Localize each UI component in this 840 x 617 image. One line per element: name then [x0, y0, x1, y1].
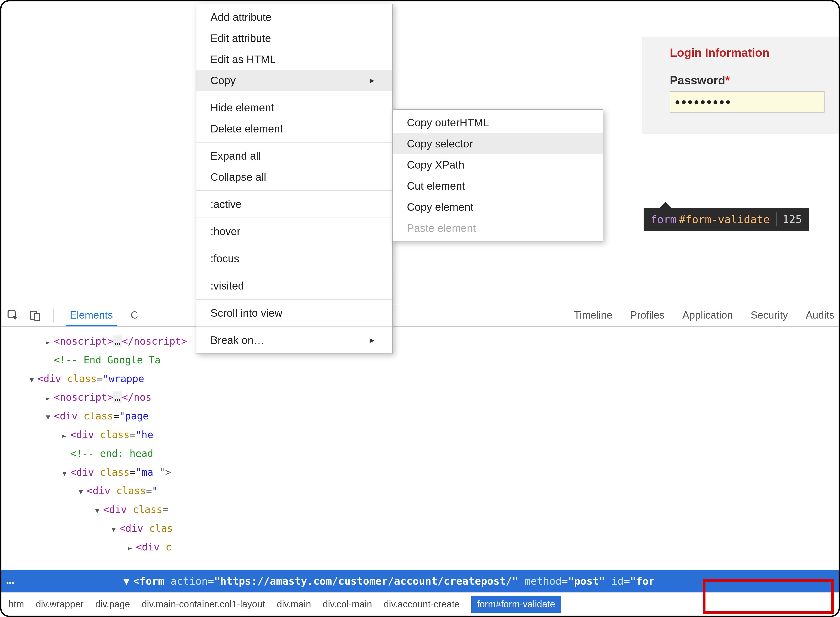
menu-item-label: Break on…	[211, 334, 264, 347]
menu-item-label: Edit attribute	[211, 32, 271, 44]
menu-item[interactable]: :focus	[196, 248, 392, 269]
menu-item-label: Expand all	[211, 149, 261, 162]
dom-selected-line[interactable]: … ▼ <form action="https://amasty.com/cus…	[1, 570, 839, 592]
menu-item[interactable]: Collapse all	[196, 167, 392, 187]
menu-item[interactable]: Edit attribute	[196, 28, 392, 49]
menu-item-label: Copy selector	[407, 137, 473, 150]
caret-icon	[46, 407, 54, 425]
login-heading: Login Information	[656, 46, 829, 59]
caret-icon	[46, 332, 54, 351]
breadcrumb-item[interactable]: div.main	[277, 599, 311, 610]
breadcrumb-item[interactable]: div.wrapper	[36, 599, 84, 610]
caret-icon	[112, 519, 119, 538]
dom-line[interactable]: <noscript>…</nos	[15, 388, 839, 407]
tab-profiles-partial[interactable]: Profiles	[626, 304, 669, 326]
dom-line[interactable]: <div class=	[15, 500, 839, 519]
dom-line[interactable]: <!-- end: head	[15, 444, 839, 463]
menu-item-label: Delete element	[211, 123, 283, 135]
menu-separator	[196, 142, 392, 143]
menu-separator	[196, 299, 392, 300]
menu-item-label: :hover	[211, 225, 240, 238]
menu-item[interactable]: Hide element	[196, 97, 392, 118]
menu-item: Paste element	[393, 217, 603, 239]
viewport: Login Information Password* form#form-va…	[0, 0, 840, 617]
dom-line[interactable]: <div class="wrappe	[15, 369, 839, 388]
menu-item[interactable]: Scroll into view	[196, 303, 392, 323]
tab-console-partial[interactable]: C	[126, 304, 142, 326]
menu-item-label: :active	[211, 198, 242, 211]
submenu-arrow-icon: ►	[368, 76, 376, 85]
caret-icon	[46, 388, 54, 407]
dom-line[interactable]: <div c	[15, 538, 839, 556]
menu-item-label: Copy outerHTML	[407, 116, 489, 129]
menu-item[interactable]: Cut element	[393, 175, 603, 196]
menu-item-label: Hide element	[211, 101, 274, 114]
devtools-panel: Elements C Timeline Profiles Application…	[1, 304, 839, 616]
menu-item[interactable]: :hover	[196, 221, 392, 242]
breadcrumb-item[interactable]: div.page	[95, 599, 130, 610]
menu-item[interactable]: Copy selector	[393, 133, 603, 154]
inspect-icon[interactable]	[6, 309, 19, 322]
devtools-tabbar: Elements C Timeline Profiles Application…	[1, 304, 839, 327]
menu-item[interactable]: Add attribute	[196, 7, 392, 28]
menu-item[interactable]: Delete element	[196, 118, 392, 139]
tab-separator	[53, 309, 54, 322]
menu-item[interactable]: Copy element	[393, 196, 603, 217]
menu-item-label: Copy	[211, 74, 236, 87]
breadcrumb-item[interactable]: htm	[9, 599, 24, 610]
menu-item[interactable]: Copy outerHTML	[393, 112, 603, 133]
menu-item[interactable]: :active	[196, 193, 392, 215]
dom-line[interactable]: <div class="he	[15, 425, 839, 444]
device-toggle-icon[interactable]	[29, 309, 42, 322]
dom-line[interactable]: <div clas	[15, 519, 839, 538]
caret-icon	[62, 425, 70, 444]
tab-timeline-partial[interactable]: Timeline	[570, 304, 617, 326]
svg-rect-2	[35, 313, 40, 320]
dom-line[interactable]: <div class="page	[15, 407, 839, 425]
selected-caret-icon: ▼	[123, 575, 130, 587]
context-menu-copy-submenu[interactable]: Copy outerHTMLCopy selectorCopy XPathCut…	[392, 109, 603, 241]
caret-icon	[79, 481, 87, 500]
menu-item[interactable]: Expand all	[196, 145, 392, 167]
menu-item[interactable]: Break on…►	[196, 329, 392, 351]
dom-line[interactable]: <div class="ma ">	[15, 463, 839, 482]
menu-separator	[196, 217, 392, 218]
password-input[interactable]	[670, 92, 825, 112]
menu-item-label: Edit as HTML	[211, 53, 276, 66]
caret-icon	[128, 538, 136, 556]
breadcrumb-bar[interactable]: htmdiv.wrapperdiv.pagediv.main-container…	[1, 592, 839, 616]
tooltip-dimensions: 125	[783, 213, 809, 226]
menu-item-label: Copy element	[407, 201, 473, 213]
context-menu-main[interactable]: Add attributeEdit attributeEdit as HTMLC…	[196, 4, 393, 354]
breadcrumb-item[interactable]: div.main-container.col1-layout	[142, 599, 265, 610]
tab-elements[interactable]: Elements	[66, 304, 117, 326]
menu-separator	[196, 190, 392, 191]
menu-item[interactable]: :visited	[196, 275, 392, 296]
caret-icon	[62, 463, 70, 482]
tab-audits[interactable]: Audits	[802, 304, 839, 326]
menu-item-label: Cut element	[407, 180, 465, 192]
caret-icon	[29, 369, 37, 388]
tab-application[interactable]: Application	[678, 304, 737, 326]
menu-separator	[196, 94, 392, 94]
menu-separator	[196, 272, 392, 272]
password-field-row: Password*	[656, 74, 829, 112]
menu-item[interactable]: Copy XPath	[393, 154, 603, 175]
dom-line[interactable]: <noscript>…</noscript>	[15, 332, 839, 351]
menu-item-label: :visited	[211, 279, 244, 292]
dom-line[interactable]: <div class="	[15, 481, 839, 500]
menu-item-label: Add attribute	[211, 11, 272, 24]
tooltip-tag: form	[644, 213, 679, 226]
required-asterisk: *	[725, 74, 729, 87]
menu-item-label: Scroll into view	[211, 307, 282, 319]
tab-security[interactable]: Security	[747, 304, 792, 326]
menu-item[interactable]: Copy►	[196, 70, 392, 91]
breadcrumb-item[interactable]: div.col-main	[323, 599, 372, 610]
breadcrumb-item[interactable]: form#form-validate	[471, 596, 561, 613]
menu-item-label: Collapse all	[211, 171, 266, 183]
submenu-arrow-icon: ►	[368, 336, 376, 345]
breadcrumb-item[interactable]: div.account-create	[384, 599, 460, 610]
menu-item-label: :focus	[211, 252, 239, 265]
menu-item[interactable]: Edit as HTML	[196, 49, 392, 70]
dom-line[interactable]: <!-- End Google Ta	[15, 351, 839, 369]
